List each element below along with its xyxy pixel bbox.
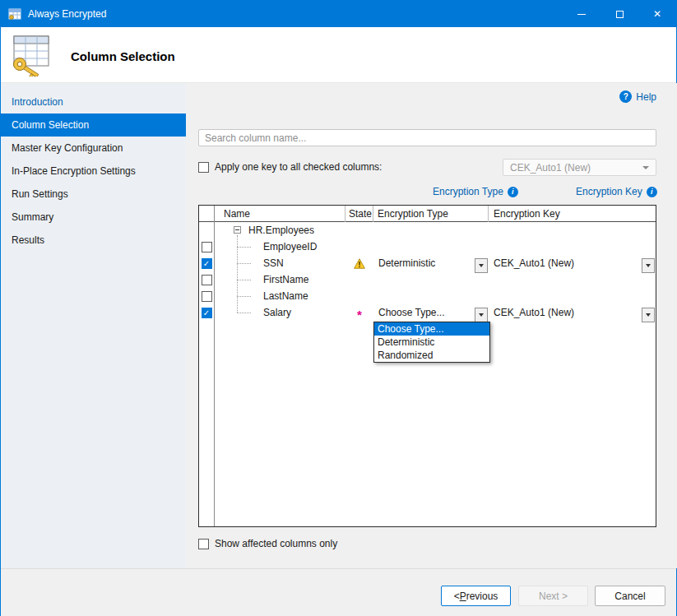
next-button[interactable]: Next >: [518, 586, 588, 606]
grid-body: HR.Employees EmployeeID SSN: [199, 222, 656, 527]
help-link[interactable]: Help: [619, 90, 656, 103]
encryption-type-value: Choose Type...: [378, 307, 445, 318]
caret-down-icon: [479, 264, 484, 267]
wizard-header: Column Selection: [1, 27, 676, 83]
maximize-button[interactable]: [600, 1, 638, 27]
group-label: HR.Employees: [248, 225, 314, 236]
encryption-key-value: CEK_Auto1 (New): [494, 257, 574, 269]
column-name-label: EmployeeID: [263, 241, 317, 252]
show-affected-label: Show affected columns only: [215, 538, 337, 549]
row-checkbox-salary[interactable]: [202, 308, 212, 318]
apply-one-key-label: Apply one key to all checked columns:: [215, 161, 382, 173]
close-icon: [653, 8, 661, 20]
window-title: Always Encrypted: [28, 8, 106, 20]
table-row: Salary * Choose Type... CEK_Auto1 (New): [199, 304, 656, 321]
apply-one-key-checkbox[interactable]: [198, 162, 209, 173]
row-checkbox-ssn[interactable]: [202, 258, 212, 269]
encryption-key-link[interactable]: Encryption Key: [576, 186, 657, 197]
info-icon[interactable]: [647, 187, 657, 197]
previous-label-suffix: revious: [466, 591, 498, 602]
minimize-icon: [577, 14, 586, 15]
sidebar-item-results: Results: [1, 229, 186, 252]
page-title: Column Selection: [71, 49, 175, 63]
previous-label-prefix: <: [454, 591, 460, 602]
grid-header-encryption-type: Encryption Type: [373, 206, 489, 222]
sidebar-item-column-selection[interactable]: Column Selection: [1, 113, 186, 137]
required-icon: *: [357, 311, 362, 319]
sidebar-item-run-settings: Run Settings: [1, 183, 186, 206]
table-row: SSN Deterministic: [199, 255, 656, 271]
dropdown-option-choose-type[interactable]: Choose Type...: [374, 322, 489, 336]
tree-expander-icon[interactable]: [234, 226, 241, 234]
previous-button[interactable]: < Previous: [441, 586, 511, 606]
cek-select-value: CEK_Auto1 (New): [510, 162, 591, 174]
grid-header-state: State: [345, 206, 373, 222]
column-name-label: Salary: [263, 307, 291, 318]
minimize-button[interactable]: [563, 1, 600, 27]
encryption-key-dropdown-button[interactable]: [642, 308, 655, 322]
column-name-label: LastName: [263, 290, 308, 302]
table-row: LastName: [199, 288, 656, 304]
encryption-type-link[interactable]: Encryption Type: [433, 186, 518, 197]
column-name-label: SSN: [263, 257, 284, 269]
grid-header-name: Name: [214, 206, 345, 222]
encryption-key-link-label: Encryption Key: [576, 186, 642, 197]
dropdown-option-deterministic[interactable]: Deterministic: [374, 336, 489, 349]
encryption-type-dropdown-list: Choose Type... Deterministic Randomized: [373, 322, 490, 363]
encryption-type-dropdown-button[interactable]: [475, 308, 488, 322]
table-group-row: HR.Employees: [199, 222, 656, 239]
caret-down-icon: [479, 313, 484, 317]
grid-header: Name State Encryption Type Encryption Ke…: [199, 206, 656, 222]
close-button[interactable]: [638, 1, 676, 27]
cek-select[interactable]: CEK_Auto1 (New): [503, 159, 656, 176]
chevron-down-icon: [642, 166, 649, 169]
encryption-key-dropdown-button[interactable]: [642, 258, 655, 273]
caret-down-icon: [646, 313, 651, 317]
info-icon[interactable]: [508, 187, 518, 197]
wizard-steps-sidebar: Introduction Column Selection Master Key…: [1, 83, 186, 568]
column-name-label: FirstName: [263, 274, 308, 285]
encryption-type-link-label: Encryption Type: [433, 186, 503, 197]
sidebar-item-master-key-configuration: Master Key Configuration: [1, 137, 186, 160]
table-key-icon: [7, 34, 53, 79]
row-checkbox-employeeid[interactable]: [202, 242, 212, 252]
maximize-icon: [616, 11, 624, 18]
titlebar: Always Encrypted: [1, 1, 676, 27]
warning-icon: [354, 258, 365, 269]
caret-down-icon: [646, 264, 651, 267]
table-row: EmployeeID: [199, 239, 656, 255]
columns-grid: Name State Encryption Type Encryption Ke…: [198, 205, 656, 527]
app-icon: [8, 7, 21, 21]
column-selection-panel: Help Apply one key to all checked column…: [186, 83, 677, 568]
encryption-type-value: Deterministic: [378, 257, 435, 269]
encryption-key-value: CEK_Auto1 (New): [494, 307, 574, 318]
cancel-button[interactable]: Cancel: [595, 586, 665, 606]
sidebar-item-summary: Summary: [1, 206, 186, 229]
grid-header-encryption-key: Encryption Key: [489, 206, 656, 222]
sidebar-item-introduction[interactable]: Introduction: [1, 90, 186, 113]
previous-label-accesskey: P: [460, 591, 466, 602]
table-row: FirstName: [199, 271, 656, 288]
row-checkbox-firstname[interactable]: [202, 275, 212, 285]
encryption-type-dropdown-button[interactable]: [475, 258, 488, 273]
grid-header-checkbox-column: [199, 206, 214, 222]
help-label: Help: [636, 91, 656, 103]
dropdown-option-randomized[interactable]: Randomized: [374, 349, 489, 362]
sidebar-item-in-place-encryption-settings: In-Place Encryption Settings: [1, 160, 186, 183]
footer: < Previous Next > Cancel: [1, 568, 676, 616]
search-input[interactable]: [198, 129, 656, 146]
help-icon: [619, 90, 632, 103]
show-affected-checkbox[interactable]: [198, 539, 209, 549]
always-encrypted-window: Always Encrypted Column Selection: [0, 0, 677, 616]
column-help-links: Encryption Type Encryption Key: [186, 186, 677, 199]
row-checkbox-lastname[interactable]: [202, 291, 212, 302]
